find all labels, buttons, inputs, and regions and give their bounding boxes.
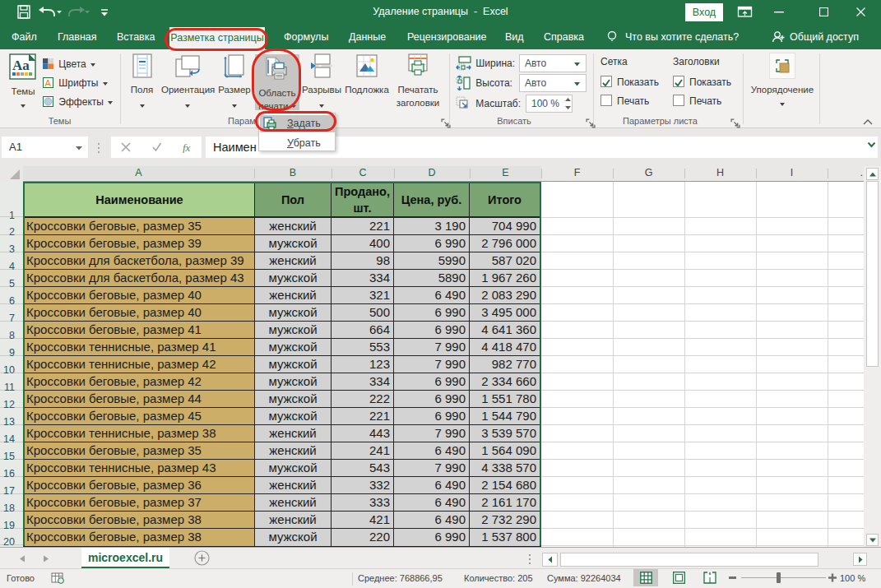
svg-text:Aa: Aa (12, 58, 30, 73)
svg-text:fx: fx (183, 141, 191, 153)
svg-text:A: A (45, 78, 52, 88)
